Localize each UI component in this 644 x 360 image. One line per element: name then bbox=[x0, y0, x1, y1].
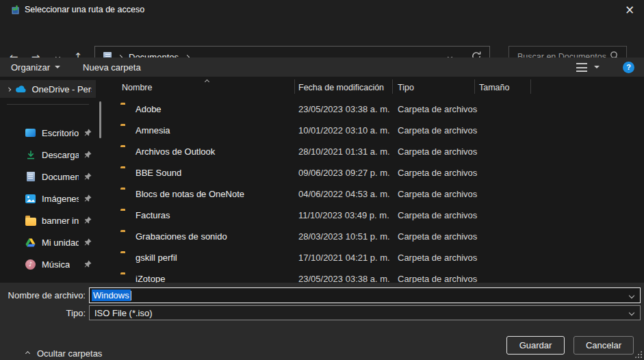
file-type: Carpeta de archivos bbox=[398, 210, 477, 220]
title-bar: Seleccionar una ruta de acceso × bbox=[0, 0, 644, 19]
file-row-bbe-sound[interactable]: BBE Sound 09/06/2023 09:27 p. m. Carpeta… bbox=[106, 162, 644, 183]
sidebar-item-escritorio[interactable]: Escritorio bbox=[0, 124, 96, 142]
pin-icon bbox=[84, 194, 92, 204]
file-row-facturas[interactable]: Facturas 11/10/2023 03:49 p. m. Carpeta … bbox=[106, 205, 644, 226]
file-name: Facturas bbox=[136, 210, 170, 220]
expand-chevron-icon[interactable] bbox=[7, 87, 12, 92]
file-name: gskill perfil bbox=[136, 253, 177, 263]
collapse-chevron-icon bbox=[25, 351, 30, 356]
pin-icon bbox=[84, 259, 92, 270]
file-name: BBE Sound bbox=[136, 168, 181, 178]
command-toolbar: Organizar Nueva carpeta ? bbox=[0, 57, 644, 77]
column-header-nombre[interactable]: Nombre bbox=[122, 83, 152, 92]
file-row-izotope[interactable]: iZotope 23/05/2023 03:38 a. m. Carpeta d… bbox=[106, 268, 644, 283]
hide-folders-label: Ocultar carpetas bbox=[37, 348, 102, 359]
file-date: 23/05/2023 03:38 a. m. bbox=[298, 274, 390, 283]
sidebar-item-label: Mi unidad bbox=[42, 237, 79, 248]
hide-folders-button[interactable]: Ocultar carpetas bbox=[26, 348, 102, 359]
file-type: Carpeta de archivos bbox=[398, 168, 477, 178]
desktop-icon bbox=[25, 127, 36, 138]
file-type: Carpeta de archivos bbox=[398, 231, 477, 242]
sidebar-item-documentos[interactable]: Documentos bbox=[0, 168, 96, 185]
file-type: Carpeta de archivos bbox=[398, 146, 477, 157]
file-name: Grabaciones de sonido bbox=[136, 231, 227, 242]
filename-dropdown-chevron-icon[interactable] bbox=[629, 293, 634, 298]
text-cursor bbox=[131, 291, 131, 300]
file-date: 17/10/2021 04:21 p. m. bbox=[298, 253, 390, 263]
file-type: Carpeta de archivos bbox=[398, 104, 477, 114]
documents-icon bbox=[25, 171, 36, 182]
folder-icon bbox=[25, 215, 36, 226]
organize-chevron-icon bbox=[55, 66, 60, 71]
file-row-archivos-outlook[interactable]: Archivos de Outlook 28/10/2021 01:31 a. … bbox=[106, 141, 644, 162]
new-folder-button[interactable]: Nueva carpeta bbox=[83, 62, 141, 73]
filetype-value: ISO File (*.iso) bbox=[94, 308, 153, 318]
file-name: Adobe bbox=[136, 104, 162, 114]
sidebar-item-imagenes[interactable]: Imágenes bbox=[0, 190, 96, 207]
column-header-tipo[interactable]: Tipo bbox=[398, 83, 414, 92]
sidebar-item-onedrive[interactable]: OneDrive - Perso bbox=[0, 80, 96, 98]
file-row-adobe[interactable]: Adobe 23/05/2023 03:38 a. m. Carpeta de … bbox=[106, 99, 644, 120]
column-divider[interactable] bbox=[392, 79, 393, 94]
file-date: 28/03/2023 10:51 p. m. bbox=[298, 231, 390, 242]
pin-icon bbox=[84, 216, 92, 226]
pin-icon bbox=[84, 172, 92, 182]
save-dialog-window: Seleccionar una ruta de acceso × ← → ↑ D… bbox=[0, 0, 644, 360]
sidebar-item-mi-unidad[interactable]: Mi unidad bbox=[0, 233, 96, 251]
save-button[interactable]: Guardar bbox=[506, 336, 565, 355]
file-row-blocs-onenote[interactable]: Blocs de notas de OneNote 04/06/2022 04:… bbox=[106, 183, 644, 205]
file-name: iZotope bbox=[136, 274, 165, 283]
sidebar-item-descargas[interactable]: Descargas bbox=[0, 146, 96, 164]
sidebar-item-label: Escritorio bbox=[42, 128, 79, 138]
sort-ascending-icon bbox=[205, 79, 209, 84]
downloads-icon bbox=[25, 149, 36, 160]
column-header-tamano[interactable]: Tamaño bbox=[479, 83, 509, 92]
main-content: OneDrive - Perso Escritorio Descargas Do… bbox=[0, 77, 644, 283]
file-name: Blocs de notas de OneNote bbox=[136, 189, 244, 199]
sidebar-scrollbar[interactable] bbox=[99, 101, 101, 138]
help-icon[interactable]: ? bbox=[623, 62, 634, 73]
navigation-bar: ← → ↑ Documentos Buscar en Documentos bbox=[0, 19, 644, 57]
filetype-dropdown-chevron-icon[interactable] bbox=[629, 310, 634, 316]
organize-label: Organizar bbox=[11, 62, 50, 73]
view-options-chevron-icon[interactable] bbox=[594, 66, 600, 71]
google-drive-icon bbox=[25, 237, 36, 248]
sidebar-item-label: OneDrive - Perso bbox=[31, 84, 92, 94]
pin-icon bbox=[84, 237, 92, 248]
cancel-button[interactable]: Cancelar bbox=[574, 336, 634, 355]
music-icon: ♪ bbox=[25, 259, 36, 270]
filetype-select[interactable]: ISO File (*.iso) bbox=[89, 305, 641, 320]
sidebar-item-label: Imágenes bbox=[42, 194, 79, 204]
file-type: Carpeta de archivos bbox=[398, 253, 477, 263]
file-date: 23/05/2023 03:38 a. m. bbox=[298, 104, 390, 114]
organize-button[interactable]: Organizar bbox=[11, 62, 60, 73]
column-header-fecha[interactable]: Fecha de modificación bbox=[298, 83, 384, 92]
file-name: Amnesia bbox=[136, 125, 170, 136]
view-options-icon[interactable] bbox=[576, 63, 587, 72]
sidebar-item-musica[interactable]: ♪ Música bbox=[0, 255, 96, 273]
file-row-amnesia[interactable]: Amnesia 10/01/2022 03:10 a. m. Carpeta d… bbox=[106, 120, 644, 141]
new-folder-label: Nueva carpeta bbox=[83, 62, 141, 73]
file-type: Carpeta de archivos bbox=[398, 125, 477, 136]
filetype-label: Tipo: bbox=[0, 305, 86, 321]
file-row-grabaciones[interactable]: Grabaciones de sonido 28/03/2023 10:51 p… bbox=[106, 226, 644, 247]
filename-input[interactable]: Windows bbox=[89, 287, 641, 303]
pin-icon bbox=[84, 150, 92, 160]
sidebar-divider bbox=[7, 104, 89, 105]
column-divider[interactable] bbox=[294, 79, 295, 94]
pictures-icon bbox=[25, 193, 36, 204]
column-divider[interactable] bbox=[474, 79, 475, 94]
resize-grip[interactable] bbox=[634, 350, 642, 358]
close-icon[interactable]: × bbox=[615, 0, 644, 19]
file-date: 28/10/2021 01:31 a. m. bbox=[298, 146, 390, 157]
footer: Nombre de archivo: Windows Tipo: ISO Fil… bbox=[0, 283, 644, 360]
sidebar-item-label: banner inicio bbox=[42, 216, 79, 226]
sidebar-item-banner-inicio[interactable]: banner inicio bbox=[0, 211, 96, 229]
file-type: Carpeta de archivos bbox=[398, 274, 477, 283]
sidebar-item-label: Música bbox=[42, 259, 70, 270]
filename-selected-text: Windows bbox=[92, 290, 131, 301]
file-row-gskill[interactable]: gskill perfil 17/10/2021 04:21 p. m. Car… bbox=[106, 247, 644, 268]
column-divider[interactable] bbox=[530, 79, 531, 94]
file-date: 09/06/2023 09:27 p. m. bbox=[298, 168, 390, 178]
filename-label: Nombre de archivo: bbox=[0, 287, 86, 303]
